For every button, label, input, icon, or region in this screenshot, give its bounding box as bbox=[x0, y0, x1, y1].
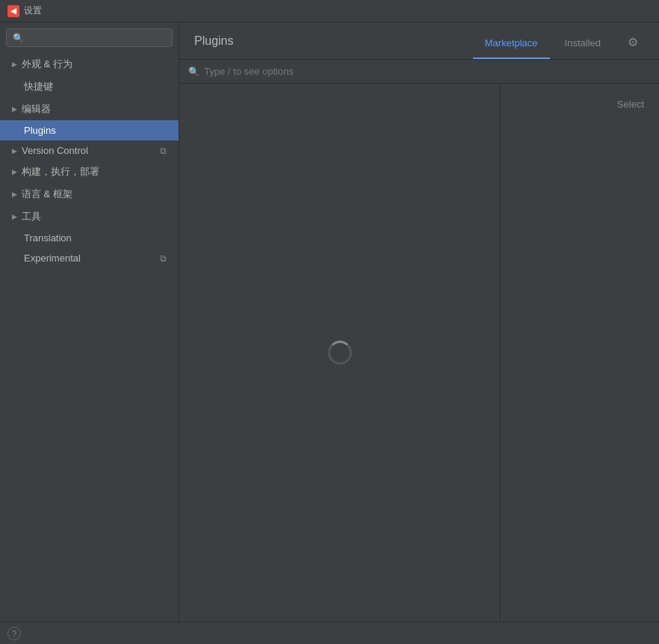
plugin-search-icon: 🔍 bbox=[188, 66, 199, 77]
help-button[interactable]: ? bbox=[7, 627, 21, 640]
title-bar: ◀ 设置 bbox=[0, 0, 659, 22]
sidebar-search-icon: 🔍 bbox=[13, 33, 24, 43]
sidebar-item-label: 构建，执行，部署 bbox=[22, 165, 99, 179]
sidebar-item-experimental[interactable]: Experimental ⧉ bbox=[0, 248, 179, 268]
arrow-icon: ▶ bbox=[12, 105, 17, 113]
sidebar-item-label: 外观 & 行为 bbox=[22, 58, 72, 71]
sidebar-item-label: Translation bbox=[24, 232, 72, 244]
arrow-icon: ▶ bbox=[12, 191, 17, 198]
sidebar-item-appearance[interactable]: ▶ 外观 & 行为 bbox=[0, 53, 179, 75]
plugins-header: Plugins Marketplace Installed ⚙ bbox=[179, 22, 659, 60]
sidebar-item-languages[interactable]: ▶ 语言 & 框架 bbox=[0, 183, 179, 205]
main-layout: 🔍 ▶ 外观 & 行为 快捷键 ▶ 编辑器 Plugins ▶ Version … bbox=[0, 22, 659, 622]
copy-icon: ⧉ bbox=[160, 146, 167, 156]
sidebar-item-label: 编辑器 bbox=[22, 102, 51, 116]
tab-installed[interactable]: Installed bbox=[553, 31, 613, 59]
sidebar-search-box[interactable]: 🔍 bbox=[6, 28, 173, 47]
plugin-list bbox=[179, 84, 501, 622]
sidebar-item-tools[interactable]: ▶ 工具 bbox=[0, 205, 179, 228]
plugins-title: Plugins bbox=[194, 34, 233, 57]
sidebar-item-plugins[interactable]: Plugins bbox=[0, 120, 179, 140]
tab-marketplace[interactable]: Marketplace bbox=[473, 31, 550, 59]
arrow-icon: ▶ bbox=[12, 147, 17, 155]
copy-icon: ⧉ bbox=[160, 253, 167, 264]
tabs-and-gear: Marketplace Installed ⚙ bbox=[473, 31, 644, 59]
sidebar-item-version-control[interactable]: ▶ Version Control ⧉ bbox=[0, 140, 179, 161]
plugin-search-input[interactable] bbox=[204, 66, 650, 77]
sidebar-item-label: Version Control bbox=[22, 145, 88, 156]
select-label[interactable]: Select bbox=[617, 99, 644, 110]
sidebar-item-label: 快捷键 bbox=[24, 80, 53, 93]
plugin-main: Select bbox=[179, 84, 659, 622]
sidebar-item-translation[interactable]: Translation bbox=[0, 228, 179, 248]
sidebar-item-shortcuts[interactable]: 快捷键 bbox=[0, 75, 179, 98]
arrow-icon: ▶ bbox=[12, 213, 17, 220]
arrow-icon: ▶ bbox=[12, 61, 17, 68]
app-icon: ◀ bbox=[7, 5, 19, 17]
sidebar-item-label: Experimental bbox=[24, 253, 81, 264]
sidebar-search-input[interactable] bbox=[28, 32, 166, 43]
arrow-icon: ▶ bbox=[12, 168, 17, 176]
sidebar-item-label: 语言 & 框架 bbox=[22, 188, 72, 201]
plugin-search-area: 🔍 bbox=[179, 60, 659, 84]
settings-gear-button[interactable]: ⚙ bbox=[622, 32, 644, 52]
sidebar-item-build[interactable]: ▶ 构建，执行，部署 bbox=[0, 161, 179, 183]
plugin-search-inner: 🔍 bbox=[188, 66, 650, 77]
plugin-detail: Select bbox=[501, 84, 659, 622]
content-area: Plugins Marketplace Installed ⚙ 🔍 bbox=[179, 22, 659, 622]
sidebar-item-label: 工具 bbox=[22, 210, 41, 223]
title-bar-text: 设置 bbox=[24, 4, 42, 17]
loading-spinner bbox=[328, 341, 352, 365]
bottom-bar: ? bbox=[0, 622, 659, 644]
sidebar-item-editor[interactable]: ▶ 编辑器 bbox=[0, 98, 179, 120]
sidebar-item-label: Plugins bbox=[24, 125, 56, 136]
sidebar: 🔍 ▶ 外观 & 行为 快捷键 ▶ 编辑器 Plugins ▶ Version … bbox=[0, 22, 179, 622]
